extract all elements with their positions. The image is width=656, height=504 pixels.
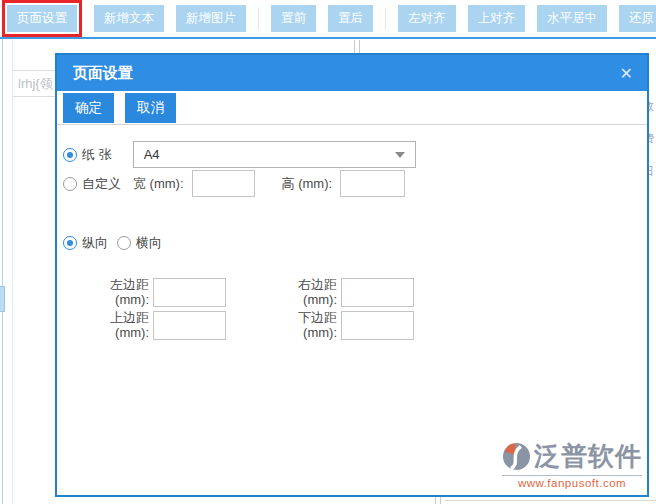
page-setup-dialog: 页面设置 ✕ 确定 取消 纸 张 A4 自定义 宽 (mm): 高 (mm):	[55, 53, 649, 497]
background-grid-line	[435, 497, 441, 504]
toolbar-button-align-left[interactable]: 左对齐	[398, 5, 456, 31]
toolbar-button-reset[interactable]: 还原	[619, 5, 656, 31]
paper-size-row: 纸 张 A4	[63, 141, 416, 168]
vendor-url: www.fanpusoft.com	[502, 476, 642, 489]
paper-size-select[interactable]: A4	[133, 141, 416, 168]
orientation-row: 纵向 横向	[63, 234, 162, 252]
chevron-down-icon	[395, 152, 405, 158]
margin-right-input[interactable]	[341, 278, 414, 307]
toolbar-separator	[385, 8, 386, 30]
height-input[interactable]	[340, 170, 405, 197]
toolbar-button-add-text[interactable]: 新增文本	[94, 5, 164, 31]
margin-bottom-label: 下边距 (mm):	[282, 310, 337, 340]
margin-left-field: 左边距 (mm):	[94, 277, 226, 307]
toolbar-button-bring-front[interactable]: 置前	[271, 5, 316, 31]
background-panel-line	[2, 39, 3, 504]
background-text-fragment: a	[649, 66, 656, 80]
height-label: 高 (mm):	[282, 175, 333, 193]
margin-top-label: 上边距 (mm):	[94, 310, 149, 340]
landscape-radio[interactable]	[117, 236, 131, 250]
margin-bottom-field: 下边距 (mm):	[282, 310, 414, 340]
background-panel-handle	[0, 286, 5, 312]
margin-left-input[interactable]	[153, 278, 226, 307]
custom-radio-label: 自定义	[82, 175, 121, 193]
landscape-radio-label: 横向	[136, 234, 162, 252]
margins-row: 上边距 (mm): 下边距 (mm):	[94, 310, 414, 340]
toolbar-button-center-horizontal[interactable]: 水平居中	[537, 5, 607, 31]
toolbar-button-page-setup[interactable]: 页面设置	[7, 5, 77, 31]
margin-bottom-input[interactable]	[341, 311, 414, 340]
background-panel-line	[12, 39, 13, 504]
portrait-radio-label: 纵向	[82, 234, 108, 252]
vendor-logo-row: 泛普软件	[502, 439, 642, 476]
margin-left-label: 左边距 (mm):	[94, 277, 149, 307]
toolbar-button-add-image[interactable]: 新增图片	[176, 5, 246, 31]
width-label: 宽 (mm):	[133, 175, 184, 193]
dialog-body: 确定 取消 纸 张 A4 自定义 宽 (mm): 高 (mm): 纵向 横	[57, 91, 647, 495]
background-text-fragment: 效	[649, 99, 656, 113]
background-grid-line	[354, 40, 360, 53]
margin-right-label: 右边距 (mm):	[282, 277, 337, 307]
dialog-title: 页面设置	[73, 64, 133, 83]
dialog-button-row: 确定 取消	[57, 91, 647, 125]
cancel-button[interactable]: 取消	[125, 93, 176, 123]
highlight-annotation-box: 页面设置	[2, 0, 82, 36]
vendor-name: 泛普软件	[534, 439, 642, 474]
margin-top-field: 上边距 (mm):	[94, 310, 226, 340]
background-text-fragment: 费	[649, 131, 656, 145]
dialog-titlebar[interactable]: 页面设置 ✕	[57, 55, 647, 91]
toolbar-button-align-top[interactable]: 上对齐	[468, 5, 526, 31]
custom-radio[interactable]	[63, 177, 77, 191]
background-text-fragment: 田	[649, 164, 656, 178]
background-grid-line	[445, 500, 656, 501]
margin-right-field: 右边距 (mm):	[282, 277, 414, 307]
margins-row: 左边距 (mm): 右边距 (mm):	[94, 277, 414, 307]
toolbar: 页面设置 新增文本 新增图片 置前 置后 左对齐 上对齐 水平居中 还原	[0, 0, 656, 39]
fanpu-logo-icon	[502, 442, 531, 471]
paper-radio-label: 纸 张	[82, 146, 112, 164]
toolbar-separator	[258, 8, 259, 30]
paper-size-selected-value: A4	[144, 147, 160, 162]
margins-section: 左边距 (mm): 右边距 (mm): 上边距	[94, 277, 414, 343]
ok-button[interactable]: 确定	[63, 93, 114, 123]
close-icon[interactable]: ✕	[620, 64, 633, 83]
custom-size-row: 自定义 宽 (mm): 高 (mm):	[63, 170, 405, 197]
margin-top-input[interactable]	[153, 311, 226, 340]
width-input[interactable]	[192, 170, 255, 197]
vendor-logo: 泛普软件 www.fanpusoft.com	[502, 439, 642, 489]
background-table-cell: lrhj{领	[13, 70, 56, 97]
paper-radio[interactable]	[63, 148, 77, 162]
portrait-radio[interactable]	[63, 236, 77, 250]
toolbar-button-send-back[interactable]: 置后	[328, 5, 373, 31]
